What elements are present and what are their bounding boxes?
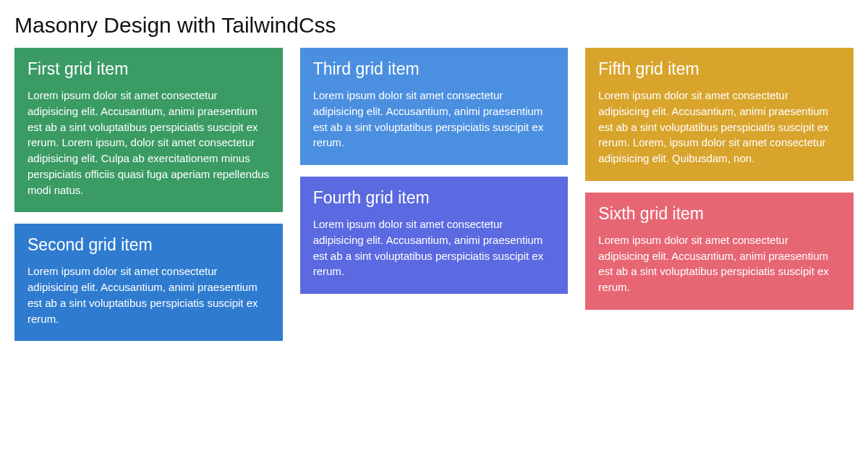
card-body: Lorem ipsum dolor sit amet consectetur a… [27,88,270,198]
grid-card: Second grid item Lorem ipsum dolor sit a… [14,224,283,341]
card-title: Sixth grid item [598,204,841,224]
masonry-grid: First grid item Lorem ipsum dolor sit am… [14,48,854,352]
card-title: Fifth grid item [598,59,841,79]
page-title: Masonry Design with TailwindCss [14,13,854,38]
grid-card: Fourth grid item Lorem ipsum dolor sit a… [300,177,569,294]
grid-card: Sixth grid item Lorem ipsum dolor sit am… [585,193,854,310]
card-body: Lorem ipsum dolor sit amet consectetur a… [27,263,270,326]
card-title: Second grid item [27,235,270,255]
card-body: Lorem ipsum dolor sit amet consectetur a… [313,88,556,151]
card-title: Third grid item [313,59,556,79]
card-body: Lorem ipsum dolor sit amet consectetur a… [598,88,841,166]
card-title: First grid item [27,59,270,79]
grid-card: Third grid item Lorem ipsum dolor sit am… [300,48,569,165]
card-body: Lorem ipsum dolor sit amet consectetur a… [313,216,556,279]
card-body: Lorem ipsum dolor sit amet consectetur a… [598,232,841,295]
card-title: Fourth grid item [313,188,556,208]
grid-card: Fifth grid item Lorem ipsum dolor sit am… [585,48,854,181]
grid-card: First grid item Lorem ipsum dolor sit am… [14,48,283,212]
